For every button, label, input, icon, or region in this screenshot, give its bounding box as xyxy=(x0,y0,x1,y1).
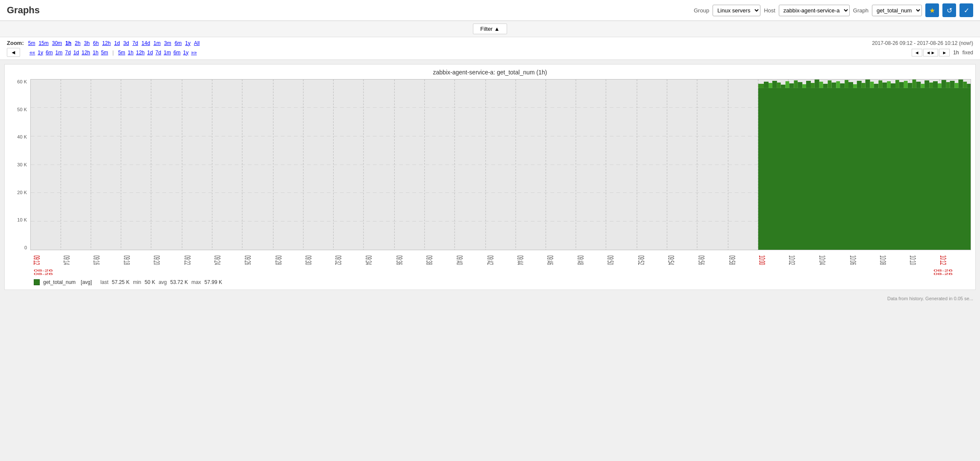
host-select[interactable]: zabbix-agent-service-a xyxy=(779,5,850,16)
svg-text:09:50: 09:50 xyxy=(606,255,615,265)
refresh-button[interactable]: ↺ xyxy=(942,3,956,17)
legend-row: get_total_num [avg] last 57.25 K min 50 … xyxy=(34,279,971,285)
svg-rect-57 xyxy=(845,80,848,88)
nav-left: ◄ «« 1y 6m 1m 7d 1d 12h 1h 5m | 5m 1h 12… xyxy=(7,48,198,57)
zoom-30m[interactable]: 30m xyxy=(51,40,63,46)
nav-12h-back[interactable]: 12h xyxy=(81,50,91,56)
scroll-mid-btn[interactable]: ◄► xyxy=(923,49,939,56)
page-title: Graphs xyxy=(7,5,689,16)
date-range: 2017-08-26 09:12 - 2017-08-26 10:12 (now… xyxy=(872,40,973,46)
graph-container: zabbix-agent-service-a: get_total_num (1… xyxy=(4,64,976,290)
svg-text:08-26: 08-26 xyxy=(933,272,953,276)
svg-rect-73 xyxy=(913,80,916,88)
graph-title: zabbix-agent-service-a: get_total_num (1… xyxy=(9,69,971,76)
graph-select[interactable]: get_total_num xyxy=(872,5,922,16)
scroll-right-btn[interactable]: ► xyxy=(939,49,950,56)
svg-text:09:14: 09:14 xyxy=(62,255,71,265)
graph-area: 0 10 K 20 K 30 K 40 K 50 K 60 K xyxy=(9,79,971,250)
filter-button[interactable]: Filter ▲ xyxy=(473,24,507,34)
chart-svg xyxy=(31,80,971,250)
svg-rect-44 xyxy=(789,83,794,88)
svg-rect-52 xyxy=(823,84,828,88)
nav-6m-fwd[interactable]: 6m xyxy=(173,50,182,56)
svg-rect-48 xyxy=(806,81,811,88)
zoom-3h[interactable]: 3h xyxy=(83,40,90,46)
svg-rect-42 xyxy=(781,85,786,88)
zoom-6m[interactable]: 6m xyxy=(174,40,183,46)
nav-5m-back[interactable]: 5m xyxy=(100,50,109,56)
svg-text:09:54: 09:54 xyxy=(666,255,676,265)
nav-1d-fwd[interactable]: 1d xyxy=(147,50,154,56)
group-label: Group xyxy=(694,7,709,14)
graph-label: Graph xyxy=(853,7,869,14)
zoom-1y[interactable]: 1y xyxy=(184,40,191,46)
zoom-12h[interactable]: 12h xyxy=(101,40,111,46)
x-axis-svg: 09:12 09:14 09:16 09:18 09:20 09:22 09:2… xyxy=(34,250,971,276)
nav-12h-fwd[interactable]: 12h xyxy=(135,50,145,56)
svg-text:09:48: 09:48 xyxy=(576,255,585,265)
zoom-14d[interactable]: 14d xyxy=(141,40,151,46)
group-select[interactable]: Linux servers xyxy=(713,5,760,16)
scroll-left-btn[interactable]: ◄ xyxy=(912,49,922,56)
svg-text:09:44: 09:44 xyxy=(516,255,525,265)
scroll-buttons: ◄ ◄► ► xyxy=(912,49,950,56)
favorite-button[interactable]: ★ xyxy=(925,3,939,17)
nav-1d-back[interactable]: 1d xyxy=(73,50,80,56)
svg-rect-53 xyxy=(828,80,832,88)
nav-1h-back[interactable]: 1h xyxy=(92,50,99,56)
svg-rect-69 xyxy=(895,80,899,88)
zoom-15m[interactable]: 15m xyxy=(38,40,49,46)
svg-text:09:36: 09:36 xyxy=(395,255,404,265)
nav-1y-fwd[interactable]: 1y xyxy=(182,50,190,56)
svg-rect-72 xyxy=(908,83,913,88)
zoom-all[interactable]: All xyxy=(193,40,200,46)
nav-1m-fwd[interactable]: 1m xyxy=(163,50,172,56)
zoom-3m[interactable]: 3m xyxy=(163,40,172,46)
zoom-1h[interactable]: 1h xyxy=(65,40,72,46)
nav-back-button[interactable]: ◄ xyxy=(7,48,20,57)
svg-rect-68 xyxy=(891,83,895,88)
svg-rect-84 xyxy=(958,80,963,88)
nav-1h-fwd[interactable]: 1h xyxy=(127,50,134,56)
zoom-7d[interactable]: 7d xyxy=(132,40,139,46)
svg-text:09:12: 09:12 xyxy=(34,255,41,265)
controls-bar: Zoom: 5m 15m 30m 1h 2h 3h 6h 12h 1d 3d 7… xyxy=(0,37,980,60)
svg-rect-81 xyxy=(946,82,950,88)
svg-rect-38 xyxy=(764,82,769,88)
svg-rect-83 xyxy=(955,83,959,88)
svg-text:09:42: 09:42 xyxy=(486,255,495,265)
confirm-button[interactable]: ✓ xyxy=(959,3,973,17)
nav-7d-fwd[interactable]: 7d xyxy=(155,50,162,56)
y-label-0: 0 xyxy=(9,245,27,250)
svg-rect-49 xyxy=(811,83,815,88)
nav-double-fwd[interactable]: »» xyxy=(190,50,197,56)
nav-1y-back[interactable]: 1y xyxy=(37,50,44,56)
nav-5m-fwd[interactable]: 5m xyxy=(117,50,126,56)
zoom-1d[interactable]: 1d xyxy=(113,40,120,46)
svg-rect-80 xyxy=(942,80,946,88)
zoom-5m[interactable]: 5m xyxy=(27,40,36,46)
svg-text:09:32: 09:32 xyxy=(334,255,343,265)
zoom-6h[interactable]: 6h xyxy=(92,40,100,46)
svg-rect-46 xyxy=(798,82,802,88)
nav-double-back[interactable]: «« xyxy=(29,50,36,56)
nav-6m-back[interactable]: 6m xyxy=(45,50,54,56)
y-label-40k: 40 K xyxy=(9,134,27,139)
nav-1m-back[interactable]: 1m xyxy=(55,50,64,56)
zoom-3d[interactable]: 3d xyxy=(123,40,130,46)
legend-avg-label: [avg] xyxy=(81,279,92,285)
legend-avg-value: 53.72 K xyxy=(170,279,188,285)
svg-text:09:24: 09:24 xyxy=(213,255,223,265)
svg-text:10:00: 10:00 xyxy=(757,255,767,265)
legend-max-label: max xyxy=(191,279,201,285)
zoom-2h[interactable]: 2h xyxy=(74,40,81,46)
zoom-1m[interactable]: 1m xyxy=(153,40,161,46)
svg-rect-56 xyxy=(840,83,845,88)
y-label-20k: 20 K xyxy=(9,190,27,195)
svg-text:09:16: 09:16 xyxy=(92,255,102,265)
filter-bar: Filter ▲ xyxy=(0,21,980,37)
chart-wrapper xyxy=(30,79,971,250)
nav-7d-back[interactable]: 7d xyxy=(64,50,71,56)
zoom-label: Zoom: xyxy=(7,40,24,46)
x-axis: 09:12 09:14 09:16 09:18 09:20 09:22 09:2… xyxy=(34,250,971,276)
